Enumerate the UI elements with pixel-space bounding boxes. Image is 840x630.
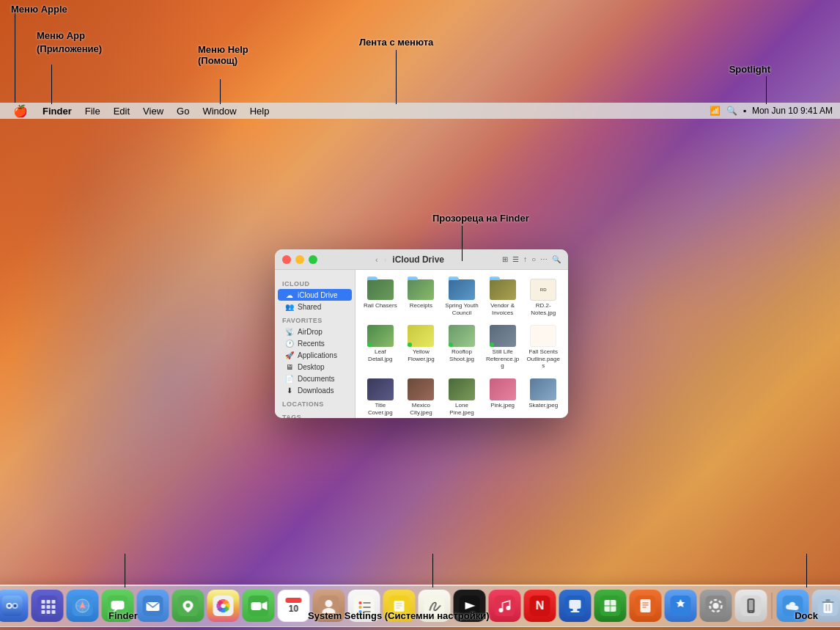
svg-point-81: [713, 603, 719, 609]
finder-window: ‹ › iCloud Drive ⊞ ☰ ↑ ○ ⋯ 🔍 iCloud ☁ iC…: [275, 249, 568, 418]
file-item-title[interactable]: Title Cover.jpg: [361, 376, 399, 418]
svg-rect-61: [495, 596, 515, 616]
annotation-settings-bottom-line: [432, 554, 433, 587]
dock-app-mail[interactable]: [137, 590, 169, 622]
dock-app-photos[interactable]: [207, 590, 240, 622]
sidebar-item-icloud-drive[interactable]: ☁ iCloud Drive: [278, 289, 352, 301]
file-item-vendor[interactable]: Vendor & Invoices: [484, 276, 522, 319]
dock-app-finder[interactable]: [0, 590, 29, 622]
dock-app-appstore[interactable]: [665, 590, 697, 622]
airdrop-icon: 📡: [285, 327, 294, 336]
dock-separator: [772, 593, 773, 619]
rooftop-icon: [449, 325, 475, 347]
sidebar-item-recents[interactable]: 🕐 Recents: [278, 337, 352, 349]
svg-rect-85: [749, 600, 754, 610]
file-item-mexico[interactable]: Mexico City.jpeg: [402, 376, 441, 418]
svg-rect-89: [824, 603, 833, 613]
svg-point-3: [8, 604, 11, 607]
dock-app-launchpad[interactable]: [32, 590, 64, 622]
menu-file[interactable]: File: [79, 104, 106, 118]
nav-back-icon[interactable]: ‹: [375, 255, 378, 264]
dock-app-iphone-mirror[interactable]: [735, 590, 767, 622]
menu-help[interactable]: Help: [244, 104, 276, 118]
dock-app-freeform[interactable]: [419, 590, 451, 622]
apple-menu[interactable]: 🍎: [6, 104, 35, 118]
dock-app-facetime[interactable]: [243, 590, 275, 622]
menu-edit[interactable]: Edit: [108, 104, 136, 118]
dock-app-messages[interactable]: [102, 590, 134, 622]
sidebar-item-applications[interactable]: 🚀 Applications: [278, 349, 352, 361]
documents-icon: 📄: [285, 374, 294, 383]
file-item-spring[interactable]: Spring Youth Council: [443, 276, 481, 319]
search-icon[interactable]: 🔍: [552, 255, 561, 263]
dock-app-reminders[interactable]: [348, 590, 380, 622]
sidebar-item-downloads[interactable]: ⬇ Downloads: [278, 384, 352, 396]
rd-icon: RD: [530, 279, 556, 301]
desktop: 🍎 Finder File Edit View Go Window Help 📶…: [0, 0, 840, 630]
dock-app-keynote[interactable]: [559, 590, 592, 622]
dock-app-maps[interactable]: [172, 590, 205, 622]
svg-point-63: [506, 606, 511, 610]
dock-app-music[interactable]: [489, 590, 521, 622]
annotation-app-line: [51, 65, 52, 104]
svg-point-4: [14, 604, 17, 607]
file-item-receipts[interactable]: Receipts: [402, 276, 441, 319]
clock: Mon Jun 10 9:41 AM: [752, 106, 833, 116]
dock-app-safari[interactable]: [67, 590, 99, 622]
menu-go[interactable]: Go: [171, 104, 195, 118]
share-icon[interactable]: ↑: [523, 255, 527, 263]
file-item-pink[interactable]: Pink.jpeg: [484, 376, 522, 418]
zoom-button[interactable]: [309, 255, 317, 264]
mexico-label: Mexico City.jpeg: [404, 402, 439, 416]
close-button[interactable]: [282, 255, 291, 264]
file-item-fall[interactable]: Fall Scents Outline.pages: [524, 322, 562, 373]
sidebar-item-shared[interactable]: 👥 Shared: [278, 301, 352, 312]
sidebar-section-tags: Tags: [275, 409, 355, 418]
sidebar-item-desktop[interactable]: 🖥 Desktop: [278, 361, 352, 373]
dock-app-trash[interactable]: [812, 590, 841, 622]
menubar-left: 🍎 Finder File Edit View Go Window Help: [0, 104, 275, 118]
action-icon[interactable]: ○: [531, 255, 536, 263]
menu-window[interactable]: Window: [196, 104, 242, 118]
file-item-skater[interactable]: Skater.jpeg: [524, 376, 562, 418]
spring-label: Spring Youth Council: [444, 302, 479, 316]
mexico-icon: [408, 378, 434, 400]
file-item-leaf[interactable]: Leaf Detail.jpg: [361, 322, 399, 373]
dock-app-contacts[interactable]: [313, 590, 345, 622]
svg-rect-13: [47, 610, 51, 614]
view-list-icon[interactable]: ☰: [512, 255, 519, 263]
finder-window-controls: [282, 255, 317, 264]
dock-app-news[interactable]: N: [524, 590, 556, 622]
svg-rect-7: [47, 600, 51, 604]
file-item-rooftop[interactable]: Rooftop Shoot.jpg: [443, 322, 481, 373]
view-grid-icon[interactable]: ⊞: [502, 255, 508, 263]
dock-app-notes[interactable]: [383, 590, 416, 622]
dock-app-calendar[interactable]: 10: [278, 590, 310, 622]
sidebar-item-documents[interactable]: 📄 Documents: [278, 373, 352, 384]
dock-app-appletv[interactable]: [454, 590, 486, 622]
dock-app-icloud[interactable]: [777, 590, 809, 622]
nav-forward-icon[interactable]: ›: [384, 255, 387, 264]
file-item-rail-chasers[interactable]: Rail Chasers: [361, 276, 399, 319]
yellow-icon: [408, 325, 434, 347]
svg-rect-9: [42, 605, 45, 609]
app-menu-finder[interactable]: Finder: [37, 104, 78, 118]
minimize-button[interactable]: [295, 255, 304, 264]
sidebar-item-airdrop[interactable]: 📡 AirDrop: [278, 326, 352, 337]
file-item-lone[interactable]: Lone Pine.jpeg: [443, 376, 481, 418]
sidebar-section-locations: Locations: [275, 396, 355, 409]
file-item-still[interactable]: Still Life Reference.jpg: [484, 322, 522, 373]
svg-rect-10: [47, 605, 51, 609]
svg-rect-69: [571, 611, 580, 612]
wifi-icon[interactable]: 📶: [710, 106, 721, 116]
svg-point-86: [751, 611, 752, 612]
tag-icon[interactable]: ⋯: [540, 255, 548, 263]
dock-app-numbers[interactable]: [594, 590, 627, 622]
dock-app-system-settings[interactable]: [700, 590, 732, 622]
file-item-yellow[interactable]: Yellow Flower.jpg: [402, 322, 441, 373]
menu-view[interactable]: View: [137, 104, 169, 118]
annotation-help-menu: Меню Help(Помощ): [198, 44, 248, 66]
dock-app-pages[interactable]: [630, 590, 662, 622]
file-item-rd[interactable]: RD RD.2-Notes.jpg: [524, 276, 562, 319]
spotlight-icon[interactable]: 🔍: [726, 106, 737, 116]
